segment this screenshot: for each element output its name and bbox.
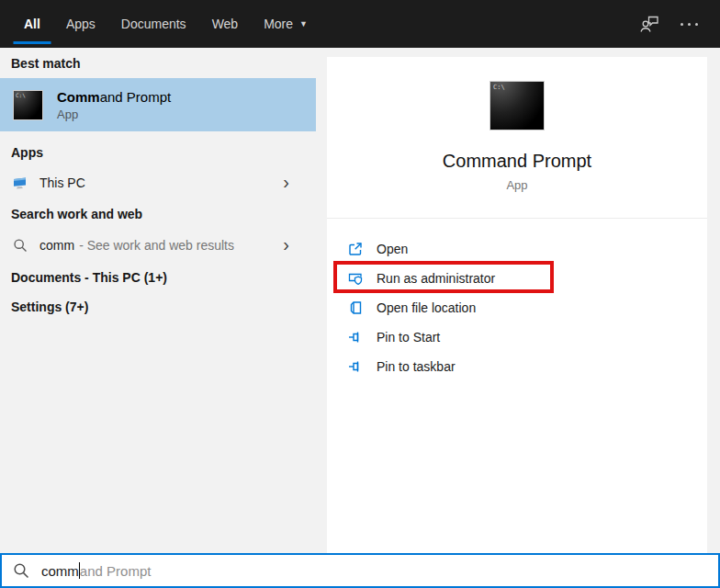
action-open-label: Open [377, 242, 408, 256]
search-filter-bar: All Apps Documents Web More ▼ [0, 0, 720, 48]
command-prompt-icon-text: C:\ [16, 92, 26, 98]
best-match-title: Command Prompt [57, 89, 171, 105]
action-pin-to-start-label: Pin to Start [377, 330, 440, 345]
more-options-icon[interactable] [681, 23, 698, 26]
preview-subtitle: App [327, 178, 707, 192]
search-icon [13, 562, 29, 579]
result-this-pc[interactable]: This PC › [0, 166, 316, 199]
this-pc-label: This PC [39, 175, 85, 190]
this-pc-icon [12, 175, 28, 191]
web-search-suffix: - See work and web results [79, 238, 234, 253]
settings-heading[interactable]: Settings (7+) [11, 300, 88, 314]
action-run-as-administrator-label: Run as administrator [377, 271, 495, 286]
web-search-query: comm [39, 238, 74, 253]
documents-heading[interactable]: Documents - This PC (1+) [11, 270, 167, 285]
search-inline-suggestion: and Prompt [80, 563, 152, 579]
run-as-administrator-icon [347, 270, 364, 287]
tab-web[interactable]: Web [212, 0, 239, 48]
expand-chevron-icon[interactable]: › [283, 173, 289, 191]
topbar-actions [638, 0, 720, 48]
tab-all[interactable]: All [24, 0, 40, 48]
action-pin-to-start[interactable]: Pin to Start [327, 322, 707, 352]
search-typed-text: comm [41, 563, 79, 579]
pin-icon [347, 329, 364, 345]
preview-pane: C:\ Command Prompt App Open [327, 57, 707, 553]
command-prompt-icon: C:\ [13, 90, 43, 120]
best-match-subtitle: App [57, 107, 171, 121]
search-work-web-heading: Search work and web [11, 207, 142, 221]
action-pin-to-taskbar[interactable]: Pin to taskbar [327, 352, 707, 381]
tab-more[interactable]: More ▼ [264, 0, 308, 48]
apps-heading: Apps [11, 145, 43, 160]
chevron-down-icon: ▼ [299, 19, 308, 28]
expand-chevron-icon[interactable]: › [283, 235, 289, 254]
preview-title: Command Prompt [327, 151, 707, 172]
tab-more-label: More [264, 17, 293, 31]
best-match-result-command-prompt[interactable]: C:\ Command Prompt App [0, 78, 316, 131]
search-icon [12, 238, 28, 254]
command-prompt-icon-large: C:\ [489, 81, 545, 130]
action-open[interactable]: Open [327, 234, 707, 264]
open-icon [347, 241, 364, 257]
tab-documents[interactable]: Documents [121, 0, 186, 48]
command-prompt-icon-text: C:\ [493, 84, 505, 91]
action-list: Open Run as administrator [327, 234, 707, 381]
file-location-icon [347, 300, 364, 316]
result-web-search[interactable]: comm - See work and web results › [0, 229, 316, 262]
best-match-title-bold: Comm [57, 89, 100, 105]
action-pin-to-taskbar-label: Pin to taskbar [377, 359, 456, 374]
best-match-heading: Best match [11, 56, 80, 71]
search-results-panel: Best match C:\ Command Prompt App Apps T… [0, 48, 327, 553]
action-open-file-location[interactable]: Open file location [327, 293, 707, 322]
divider [327, 218, 707, 219]
pin-icon [347, 358, 364, 375]
action-run-as-administrator[interactable]: Run as administrator [327, 264, 707, 293]
filter-tabs: All Apps Documents Web More ▼ [24, 0, 308, 48]
action-open-file-location-label: Open file location [377, 300, 476, 315]
best-match-text: Command Prompt App [57, 89, 171, 121]
best-match-title-rest: and Prompt [100, 89, 172, 105]
feedback-icon[interactable] [638, 14, 660, 34]
search-input[interactable]: comm and Prompt [0, 553, 720, 588]
windows-search-flyout: All Apps Documents Web More ▼ Best match [0, 0, 720, 588]
tab-apps[interactable]: Apps [66, 0, 96, 48]
